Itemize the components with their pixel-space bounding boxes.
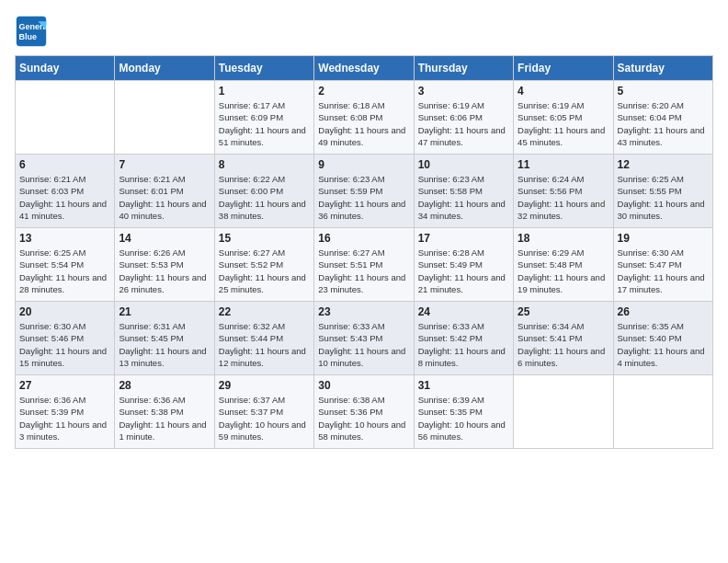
calendar-cell: 9Sunrise: 6:23 AM Sunset: 5:59 PM Daylig…: [314, 155, 414, 228]
day-number: 13: [19, 232, 110, 245]
calendar-body: 1Sunrise: 6:17 AM Sunset: 6:09 PM Daylig…: [16, 81, 713, 449]
calendar-cell: 17Sunrise: 6:28 AM Sunset: 5:49 PM Dayli…: [414, 228, 513, 302]
day-info: Sunrise: 6:39 AM Sunset: 5:35 PM Dayligh…: [418, 394, 509, 442]
calendar-header: SundayMondayTuesdayWednesdayThursdayFrid…: [16, 56, 713, 81]
header-row: SundayMondayTuesdayWednesdayThursdayFrid…: [16, 56, 713, 81]
day-info: Sunrise: 6:19 AM Sunset: 6:06 PM Dayligh…: [418, 99, 509, 148]
logo-icon: General Blue: [15, 15, 48, 48]
calendar-cell: 8Sunrise: 6:22 AM Sunset: 6:00 PM Daylig…: [214, 155, 313, 228]
calendar-cell: 2Sunrise: 6:18 AM Sunset: 6:08 PM Daylig…: [314, 81, 414, 155]
day-number: 1: [219, 85, 310, 98]
day-info: Sunrise: 6:27 AM Sunset: 5:51 PM Dayligh…: [318, 247, 409, 295]
logo: General Blue: [15, 15, 51, 48]
calendar-cell: 15Sunrise: 6:27 AM Sunset: 5:52 PM Dayli…: [214, 228, 313, 302]
day-info: Sunrise: 6:24 AM Sunset: 5:56 PM Dayligh…: [518, 173, 609, 222]
day-number: 2: [318, 85, 409, 98]
calendar-cell: [613, 375, 712, 449]
day-number: 28: [119, 379, 210, 392]
day-number: 17: [418, 232, 509, 245]
day-info: Sunrise: 6:30 AM Sunset: 5:46 PM Dayligh…: [19, 320, 110, 369]
calendar-cell: 7Sunrise: 6:21 AM Sunset: 6:01 PM Daylig…: [115, 155, 214, 228]
calendar-cell: 12Sunrise: 6:25 AM Sunset: 5:55 PM Dayli…: [613, 155, 712, 228]
calendar-cell: 10Sunrise: 6:23 AM Sunset: 5:58 PM Dayli…: [414, 155, 513, 228]
day-info: Sunrise: 6:35 AM Sunset: 5:40 PM Dayligh…: [618, 320, 709, 369]
header-day: Wednesday: [314, 56, 414, 81]
calendar-cell: 21Sunrise: 6:31 AM Sunset: 5:45 PM Dayli…: [115, 302, 214, 375]
day-number: 19: [618, 232, 709, 245]
header-day: Thursday: [414, 56, 513, 81]
calendar-cell: 20Sunrise: 6:30 AM Sunset: 5:46 PM Dayli…: [16, 302, 115, 375]
day-info: Sunrise: 6:32 AM Sunset: 5:44 PM Dayligh…: [219, 320, 310, 369]
day-info: Sunrise: 6:23 AM Sunset: 5:58 PM Dayligh…: [418, 173, 509, 222]
day-info: Sunrise: 6:33 AM Sunset: 5:42 PM Dayligh…: [418, 320, 509, 369]
day-number: 30: [318, 379, 409, 392]
day-number: 22: [219, 305, 310, 318]
day-number: 12: [618, 158, 709, 171]
calendar-cell: 23Sunrise: 6:33 AM Sunset: 5:43 PM Dayli…: [314, 302, 414, 375]
calendar-week: 13Sunrise: 6:25 AM Sunset: 5:54 PM Dayli…: [16, 228, 713, 302]
calendar-cell: 1Sunrise: 6:17 AM Sunset: 6:09 PM Daylig…: [214, 81, 313, 155]
calendar-cell: 14Sunrise: 6:26 AM Sunset: 5:53 PM Dayli…: [115, 228, 214, 302]
day-info: Sunrise: 6:21 AM Sunset: 6:03 PM Dayligh…: [19, 173, 110, 222]
day-info: Sunrise: 6:20 AM Sunset: 6:04 PM Dayligh…: [618, 99, 709, 148]
day-number: 4: [518, 85, 609, 98]
header-day: Tuesday: [214, 56, 313, 81]
day-info: Sunrise: 6:18 AM Sunset: 6:08 PM Dayligh…: [318, 99, 409, 148]
day-info: Sunrise: 6:23 AM Sunset: 5:59 PM Dayligh…: [318, 173, 409, 222]
calendar-cell: 4Sunrise: 6:19 AM Sunset: 6:05 PM Daylig…: [514, 81, 613, 155]
calendar-week: 6Sunrise: 6:21 AM Sunset: 6:03 PM Daylig…: [16, 155, 713, 228]
calendar-cell: 6Sunrise: 6:21 AM Sunset: 6:03 PM Daylig…: [16, 155, 115, 228]
day-number: 31: [418, 379, 509, 392]
day-info: Sunrise: 6:38 AM Sunset: 5:36 PM Dayligh…: [318, 394, 409, 442]
header-day: Saturday: [613, 56, 712, 81]
calendar-table: SundayMondayTuesdayWednesdayThursdayFrid…: [15, 55, 713, 449]
calendar-cell: 27Sunrise: 6:36 AM Sunset: 5:39 PM Dayli…: [16, 375, 115, 449]
day-info: Sunrise: 6:37 AM Sunset: 5:37 PM Dayligh…: [219, 394, 310, 442]
day-info: Sunrise: 6:26 AM Sunset: 5:53 PM Dayligh…: [119, 247, 210, 295]
calendar-cell: 11Sunrise: 6:24 AM Sunset: 5:56 PM Dayli…: [514, 155, 613, 228]
calendar-cell: 13Sunrise: 6:25 AM Sunset: 5:54 PM Dayli…: [16, 228, 115, 302]
day-number: 15: [219, 232, 310, 245]
day-info: Sunrise: 6:25 AM Sunset: 5:54 PM Dayligh…: [19, 247, 110, 295]
calendar-cell: [16, 81, 115, 155]
day-info: Sunrise: 6:27 AM Sunset: 5:52 PM Dayligh…: [219, 247, 310, 295]
calendar-cell: 5Sunrise: 6:20 AM Sunset: 6:04 PM Daylig…: [613, 81, 712, 155]
day-number: 20: [19, 305, 110, 318]
day-number: 6: [19, 158, 110, 171]
day-info: Sunrise: 6:22 AM Sunset: 6:00 PM Dayligh…: [219, 173, 310, 222]
calendar-cell: 25Sunrise: 6:34 AM Sunset: 5:41 PM Dayli…: [514, 302, 613, 375]
day-info: Sunrise: 6:33 AM Sunset: 5:43 PM Dayligh…: [318, 320, 409, 369]
calendar-cell: [115, 81, 214, 155]
svg-text:Blue: Blue: [19, 32, 38, 41]
day-info: Sunrise: 6:31 AM Sunset: 5:45 PM Dayligh…: [119, 320, 210, 369]
calendar-cell: 29Sunrise: 6:37 AM Sunset: 5:37 PM Dayli…: [214, 375, 313, 449]
day-info: Sunrise: 6:29 AM Sunset: 5:48 PM Dayligh…: [518, 247, 609, 295]
calendar-cell: 16Sunrise: 6:27 AM Sunset: 5:51 PM Dayli…: [314, 228, 414, 302]
calendar-cell: 18Sunrise: 6:29 AM Sunset: 5:48 PM Dayli…: [514, 228, 613, 302]
day-number: 23: [318, 305, 409, 318]
day-number: 29: [219, 379, 310, 392]
header-day: Monday: [115, 56, 214, 81]
page-header: General Blue: [15, 15, 713, 48]
day-info: Sunrise: 6:17 AM Sunset: 6:09 PM Dayligh…: [219, 99, 310, 148]
day-number: 16: [318, 232, 409, 245]
day-number: 8: [219, 158, 310, 171]
day-info: Sunrise: 6:19 AM Sunset: 6:05 PM Dayligh…: [518, 99, 609, 148]
calendar-cell: 30Sunrise: 6:38 AM Sunset: 5:36 PM Dayli…: [314, 375, 414, 449]
header-day: Friday: [514, 56, 613, 81]
day-info: Sunrise: 6:28 AM Sunset: 5:49 PM Dayligh…: [418, 247, 509, 295]
calendar-cell: 31Sunrise: 6:39 AM Sunset: 5:35 PM Dayli…: [414, 375, 513, 449]
calendar-cell: 26Sunrise: 6:35 AM Sunset: 5:40 PM Dayli…: [613, 302, 712, 375]
header-day: Sunday: [16, 56, 115, 81]
day-number: 7: [119, 158, 210, 171]
day-number: 14: [119, 232, 210, 245]
day-number: 3: [418, 85, 509, 98]
day-info: Sunrise: 6:36 AM Sunset: 5:39 PM Dayligh…: [19, 394, 110, 442]
day-number: 9: [318, 158, 409, 171]
day-number: 10: [418, 158, 509, 171]
calendar-cell: 19Sunrise: 6:30 AM Sunset: 5:47 PM Dayli…: [613, 228, 712, 302]
day-number: 25: [518, 305, 609, 318]
calendar-cell: 22Sunrise: 6:32 AM Sunset: 5:44 PM Dayli…: [214, 302, 313, 375]
calendar-cell: [514, 375, 613, 449]
day-number: 27: [19, 379, 110, 392]
